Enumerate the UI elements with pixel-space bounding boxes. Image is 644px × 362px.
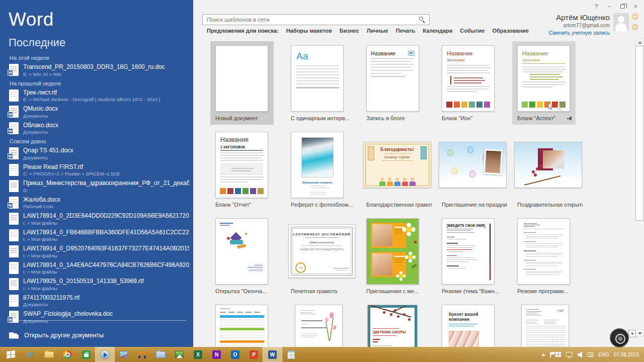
template-card-ion[interactable]: НазваниеЗаголовокБланк "Ион" bbox=[436, 41, 511, 128]
suggestion-link[interactable]: Бизнес bbox=[340, 28, 359, 34]
template-card-single[interactable]: AaС одинарным интерв... bbox=[285, 41, 360, 128]
taskbar-windows-store[interactable] bbox=[77, 347, 96, 361]
template-card-report[interactable]: Название1 ЗАГОЛОВОКБланк "Отчет" bbox=[209, 128, 285, 214]
taskbar-chrome[interactable] bbox=[58, 347, 77, 361]
template-label: С одинарным интерв... bbox=[291, 115, 356, 121]
taskbar-image-editor[interactable] bbox=[170, 347, 189, 361]
blossom bbox=[536, 167, 539, 170]
suggestion-link[interactable]: Печать bbox=[396, 28, 415, 34]
switch-account-link[interactable]: Сменить учетную запись bbox=[549, 30, 610, 36]
recent-file-item[interactable]: Трек-лист.rtfE: » Michael Jackson - Disc… bbox=[9, 89, 189, 103]
daisy-flower bbox=[406, 227, 412, 232]
template-card-gratitude[interactable]: Благодарность!Климову СережеБлагодарстве… bbox=[360, 128, 436, 214]
daisy-flower bbox=[399, 274, 403, 278]
taskbar-photo-viewer[interactable] bbox=[114, 347, 133, 361]
template-card-babyinvite[interactable]: Приглашения с ме... bbox=[360, 214, 436, 301]
more-options-dropdown[interactable] bbox=[628, 330, 636, 337]
volume-icon[interactable] bbox=[578, 351, 582, 358]
template-card-gradcard[interactable]: Открытка "Оконча... bbox=[209, 214, 285, 301]
cover-photo bbox=[301, 137, 334, 177]
taskbar-excel[interactable]: X bbox=[189, 347, 207, 361]
search-button[interactable] bbox=[415, 15, 429, 25]
thumb-heading: 1 ЗАГОЛОВОК bbox=[220, 145, 263, 151]
taskbar-powerpoint[interactable]: P bbox=[245, 347, 263, 361]
open-other-documents-button[interactable]: Открыть другие документы bbox=[9, 332, 104, 339]
recent-file-item[interactable]: WQnap TS 451.docxДокументы bbox=[9, 147, 189, 160]
recent-file-path: E: » Win 10 » Win bbox=[23, 71, 165, 77]
blossom bbox=[540, 164, 543, 167]
doc-icon bbox=[9, 164, 19, 176]
scrollbar-thumb[interactable] bbox=[635, 46, 643, 221]
word-doc-icon: W bbox=[9, 122, 19, 134]
taskbar-audio-player[interactable] bbox=[133, 347, 151, 361]
template-card-resume1[interactable]: [ВВЕДИТЕ СВОЕ ИМЯ]Резюме (тема "Важн... bbox=[436, 214, 511, 301]
recent-file-item[interactable]: LAW178914_0_2D3E644DD0D229C92D109A56E9A5… bbox=[9, 212, 189, 226]
help-button[interactable]: ? bbox=[591, 2, 602, 11]
recent-file-item[interactable]: WTranscend_PR_20150803_DDR3_16G_1600_ru.… bbox=[9, 63, 189, 77]
recent-file-item[interactable]: WОблако.docxДокументы bbox=[9, 122, 189, 135]
display-icon[interactable] bbox=[566, 352, 573, 357]
suggestion-link[interactable]: Образование bbox=[492, 28, 529, 34]
template-card-resume2[interactable]: Резюме программ... bbox=[511, 214, 587, 301]
template-card-aspect[interactable]: НазваниеЗаголовокБланк "Аспект" bbox=[511, 41, 587, 128]
template-card-greeting[interactable]: Поздравительная открытка с... bbox=[511, 128, 587, 214]
taskbar-outlook[interactable]: O bbox=[226, 347, 245, 361]
close-button[interactable]: × bbox=[630, 2, 641, 11]
blossom bbox=[408, 318, 411, 321]
scroll-down-arrow[interactable] bbox=[635, 329, 643, 337]
word-doc-icon: W bbox=[9, 147, 19, 159]
taskbar-file-explorer[interactable] bbox=[40, 347, 58, 361]
windows-tray-icon[interactable] bbox=[555, 352, 561, 357]
windows-logo-icon bbox=[7, 350, 15, 359]
template-label: Бланк "Аспект" bbox=[517, 115, 583, 121]
screen-recorder-badge[interactable] bbox=[610, 328, 629, 347]
onenote-icon: N bbox=[212, 350, 221, 359]
suggestion-link[interactable]: Календари bbox=[423, 28, 452, 34]
start-button[interactable] bbox=[0, 347, 21, 362]
taskbar-internet-explorer[interactable]: e bbox=[21, 347, 40, 361]
recent-file-item[interactable]: LAW178914_0_FB646BBFBBA360DFE41D56A5A61C… bbox=[9, 229, 189, 242]
template-card-party[interactable]: Приглашение на праздник с... bbox=[436, 128, 511, 214]
search-input[interactable] bbox=[202, 14, 430, 25]
recent-file-item[interactable]: 874117003211975.rtfДокументы bbox=[9, 294, 189, 308]
recent-file-item[interactable]: WЖалоба.docxРабочий стол bbox=[9, 196, 189, 210]
template-card-certificate[interactable]: СЕРТИФИКАТ ДОСТИЖЕНИЙ[Имя получателя][НА… bbox=[285, 214, 360, 301]
recent-file-item[interactable]: LAW179925_0_20150519_141338_53969.rtfI: … bbox=[9, 278, 189, 291]
hidden-icons-expander[interactable] bbox=[541, 353, 545, 356]
minimize-button[interactable]: – bbox=[604, 2, 615, 11]
avatar[interactable] bbox=[613, 13, 629, 31]
recent-file-item[interactable]: Please Read FIRST.rtfC: » PROGRA~2 » Pix… bbox=[9, 163, 189, 177]
taskbar-folder-blue[interactable] bbox=[151, 347, 170, 361]
balloon bbox=[467, 146, 473, 153]
suggestion-link[interactable]: Личные bbox=[367, 28, 388, 34]
template-card-photocover[interactable]: Изменения климатаРеферат с фотооблож... bbox=[285, 128, 360, 214]
recent-file-item[interactable]: WQMusic.docxДокументы bbox=[9, 105, 189, 119]
suggestion-link[interactable]: Наборы макетов bbox=[286, 28, 332, 34]
recent-file-name: Трек-лист.rtf bbox=[23, 89, 160, 96]
template-label: Открытка "Оконча... bbox=[215, 288, 281, 294]
search-icon bbox=[419, 17, 423, 21]
recent-file-item[interactable]: LAW178914_0_D9520764093F41637F73277E4741… bbox=[9, 245, 189, 258]
scroll-up-arrow[interactable] bbox=[635, 38, 643, 46]
taskbar-onenote[interactable]: N bbox=[207, 347, 226, 361]
recent-file-item[interactable]: Приказ_Министерства_здравоохранения_РФ_о… bbox=[9, 179, 189, 193]
pin-icon[interactable] bbox=[567, 116, 572, 121]
sad-smiley-icon[interactable]: ☹ bbox=[631, 24, 639, 31]
recent-file-item[interactable]: LAW178914_0_1A4E6AC447976CA84CB7626B6CF4… bbox=[9, 261, 189, 275]
restore-button[interactable] bbox=[617, 2, 628, 11]
template-card-blank[interactable]: Новый документ bbox=[209, 41, 285, 128]
action-center-flag-icon[interactable] bbox=[550, 352, 551, 357]
template-card-blog[interactable]: НазваниеЗапись в блоге bbox=[360, 41, 436, 128]
clock-date[interactable]: 07.08.2015 bbox=[614, 352, 639, 357]
happy-smiley-icon[interactable]: ☺ bbox=[631, 13, 639, 21]
recent-file-item[interactable]: WSWAP_Fiziologija_cheloveka.docДокументы bbox=[9, 310, 189, 324]
scrollbar[interactable] bbox=[635, 38, 643, 337]
taskbar-media-player[interactable] bbox=[96, 347, 114, 361]
taskbar-notepad[interactable] bbox=[282, 347, 300, 361]
search-suggestions: Предложения для поиска: Наборы макетовБи… bbox=[207, 28, 529, 34]
recent-heading: Последние bbox=[9, 36, 65, 49]
taskbar-word[interactable]: W bbox=[263, 347, 282, 361]
language-indicator[interactable]: ENG bbox=[598, 352, 609, 357]
network-icon[interactable] bbox=[587, 352, 594, 357]
suggestion-link[interactable]: Событие bbox=[460, 28, 485, 34]
